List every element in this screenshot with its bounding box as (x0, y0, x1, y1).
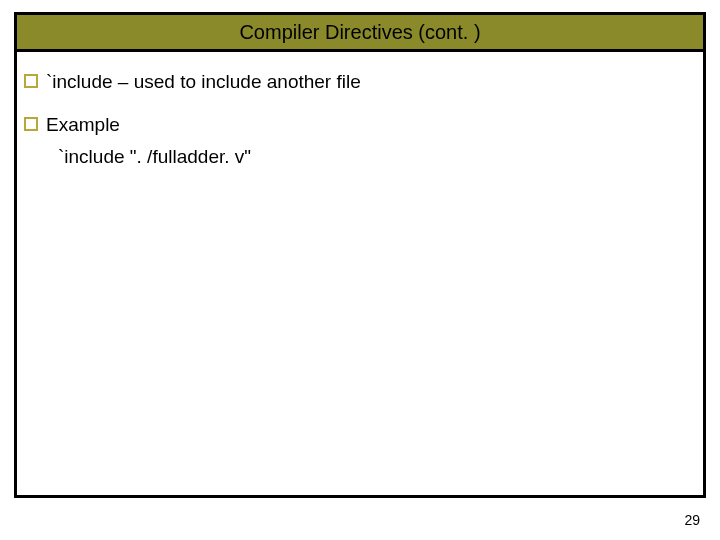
square-bullet-icon (24, 117, 38, 131)
bullet-text: `include – used to include another file (46, 70, 361, 95)
bullet-item: Example (24, 113, 696, 138)
content-area: `include – used to include another file … (24, 60, 696, 170)
page-number: 29 (684, 512, 700, 528)
slide-title: Compiler Directives (cont. ) (239, 21, 480, 44)
bullet-item: `include – used to include another file (24, 70, 696, 95)
square-bullet-icon (24, 74, 38, 88)
bullet-text: Example (46, 113, 120, 138)
title-bar: Compiler Directives (cont. ) (14, 12, 706, 52)
example-code: `include ". /fulladder. v" (58, 145, 696, 170)
slide-container: Compiler Directives (cont. ) `include – … (0, 0, 720, 540)
